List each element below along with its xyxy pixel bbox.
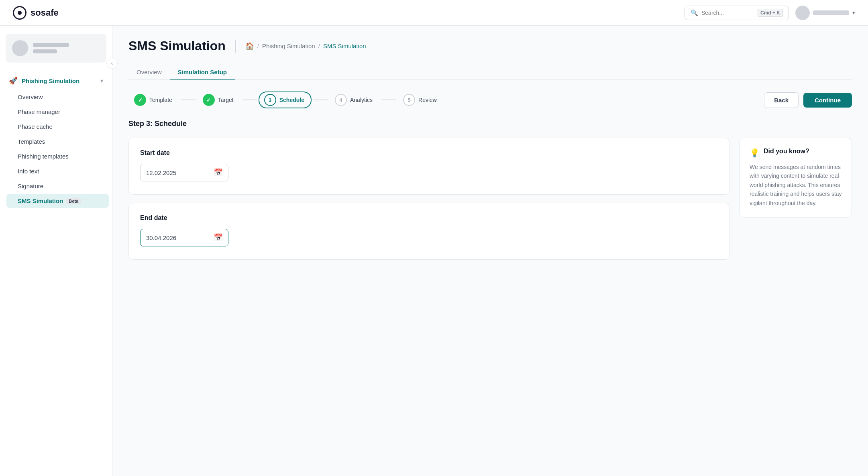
- step-target: Target: [203, 94, 235, 106]
- main-content: SMS Simulation 🏠 / Phishing Simulation /…: [112, 26, 868, 476]
- breadcrumb-sep-1: /: [257, 43, 259, 49]
- step-schedule: 3 Schedule: [264, 94, 306, 106]
- step-1-circle: [134, 94, 146, 106]
- logo-text: sosafe: [31, 8, 59, 18]
- page-header: SMS Simulation 🏠 / Phishing Simulation /…: [128, 39, 852, 53]
- sidebar-item-phase-manager[interactable]: Phase manager: [6, 105, 109, 119]
- chevron-down-icon: ▾: [100, 78, 103, 84]
- search-shortcut: Cmd + K: [758, 9, 783, 17]
- search-input[interactable]: [701, 10, 754, 16]
- sidebar-item-phishing-simulation[interactable]: 🚀 Phishing Simulation ▾: [3, 72, 109, 89]
- nav-submenu: Overview Phase manager Phase cache Templ…: [3, 90, 109, 208]
- step-1-check-icon: [138, 97, 143, 103]
- lightbulb-icon: 💡: [750, 148, 760, 158]
- layout: ‹ 🚀 Phishing Simulation ▾ Overview Phase…: [0, 26, 868, 476]
- step-template: Template: [134, 94, 174, 106]
- search-bar[interactable]: 🔍 Cmd + K: [685, 6, 789, 20]
- step-4-circle: 4: [335, 94, 347, 106]
- sidebar-collapse-button[interactable]: ‹: [106, 58, 118, 69]
- tab-simulation-setup[interactable]: Simulation Setup: [170, 65, 235, 80]
- sidebar-item-overview[interactable]: Overview: [6, 90, 109, 104]
- start-date-input[interactable]: 12.02.2025 📅: [140, 164, 228, 181]
- info-card-text: We send messages at random times with va…: [750, 163, 842, 207]
- sidebar-profile-text: [33, 43, 69, 53]
- stepper: Template Target 3: [128, 92, 852, 108]
- tab-overview[interactable]: Overview: [128, 65, 170, 80]
- step-3-label: Schedule: [279, 97, 304, 103]
- step-review-wrapper: 5 Review: [397, 92, 444, 108]
- start-date-label: Start date: [140, 149, 718, 157]
- nav-section-phishing: 🚀 Phishing Simulation ▾ Overview Phase m…: [0, 72, 112, 208]
- date-cards-column: Start date 12.02.2025 📅 End date 30.04.2…: [128, 138, 730, 260]
- end-date-label: End date: [140, 214, 718, 222]
- search-icon: 🔍: [691, 9, 698, 16]
- breadcrumb-parent: Phishing Simulation: [262, 43, 315, 49]
- sidebar-item-sms-simulation-label: SMS Simulation: [18, 197, 63, 204]
- back-button[interactable]: Back: [764, 92, 799, 108]
- info-card: 💡 Did you know? We send messages at rand…: [740, 138, 852, 218]
- content-area: Start date 12.02.2025 📅 End date 30.04.2…: [128, 138, 852, 260]
- step-connector-2: [242, 100, 257, 100]
- end-date-value: 30.04.2026: [146, 234, 176, 241]
- sidebar-item-signature[interactable]: Signature: [6, 179, 109, 193]
- step-5-label: Review: [418, 97, 437, 103]
- sidebar-company-sub: [33, 49, 57, 53]
- step-actions: Back Continue: [764, 92, 852, 108]
- sidebar-avatar: [12, 40, 28, 56]
- step-2-label: Target: [218, 97, 234, 103]
- sidebar-item-signature-label: Signature: [18, 183, 43, 189]
- breadcrumb-sep-2: /: [318, 43, 320, 49]
- beta-badge: Beta: [66, 198, 81, 204]
- end-date-input[interactable]: 30.04.2026 📅: [140, 229, 228, 246]
- sidebar-company-name: [33, 43, 69, 47]
- logo-icon: [13, 6, 26, 20]
- sidebar-item-phishing-templates-label: Phishing templates: [18, 153, 69, 160]
- info-card-header: 💡 Did you know?: [750, 148, 842, 158]
- topnav-right: 🔍 Cmd + K ▾: [685, 6, 855, 20]
- sidebar-item-phase-manager-label: Phase manager: [18, 108, 60, 115]
- topnav: sosafe 🔍 Cmd + K ▾: [0, 0, 868, 26]
- continue-button[interactable]: Continue: [803, 93, 852, 108]
- sidebar-item-phase-cache-label: Phase cache: [18, 123, 53, 130]
- page-title: SMS Simulation: [128, 39, 226, 53]
- rocket-icon: 🚀: [9, 76, 18, 85]
- sidebar-item-templates[interactable]: Templates: [6, 134, 109, 148]
- step-section-title: Step 3: Schedule: [128, 120, 852, 128]
- step-connector-3: [313, 100, 328, 100]
- breadcrumb: 🏠 / Phishing Simulation / SMS Simulation: [245, 42, 366, 51]
- sidebar-item-overview-label: Overview: [18, 94, 43, 100]
- step-connector-4: [381, 100, 396, 100]
- step-schedule-wrapper: 3 Schedule: [259, 92, 312, 108]
- sidebar-item-sms-simulation[interactable]: SMS Simulation Beta: [6, 194, 109, 208]
- sidebar-item-phase-cache[interactable]: Phase cache: [6, 120, 109, 134]
- breadcrumb-current: SMS Simulation: [323, 43, 366, 49]
- breadcrumb-home-icon[interactable]: 🏠: [245, 42, 254, 51]
- start-date-input-row: 12.02.2025 📅: [140, 164, 718, 181]
- step-analytics: 4 Analytics: [335, 94, 374, 106]
- start-date-card: Start date 12.02.2025 📅: [128, 138, 730, 195]
- step-5-number: 5: [408, 97, 410, 103]
- avatar: [795, 6, 810, 20]
- step-review: 5 Review: [403, 94, 438, 106]
- step-target-wrapper: Target: [197, 92, 241, 108]
- step-1-label: Template: [149, 97, 172, 103]
- end-date-input-row: 30.04.2026 📅: [140, 229, 718, 246]
- start-date-value: 12.02.2025: [146, 169, 176, 176]
- user-area[interactable]: ▾: [795, 6, 855, 20]
- sidebar-item-label: Phishing Simulation: [22, 77, 79, 84]
- sidebar-profile: [6, 34, 106, 63]
- step-2-check-icon: [206, 97, 211, 103]
- step-3-number: 3: [269, 97, 271, 103]
- tabs: Overview Simulation Setup: [128, 65, 852, 80]
- sidebar: ‹ 🚀 Phishing Simulation ▾ Overview Phase…: [0, 26, 112, 476]
- step-3-circle: 3: [264, 94, 276, 106]
- breadcrumb-divider: [235, 40, 236, 53]
- step-connector-1: [181, 100, 196, 100]
- sidebar-item-info-text[interactable]: Info text: [6, 164, 109, 178]
- user-chevron-icon: ▾: [852, 10, 855, 16]
- sidebar-item-phishing-templates[interactable]: Phishing templates: [6, 149, 109, 163]
- chevron-left-icon: ‹: [111, 61, 113, 66]
- step-4-number: 4: [339, 97, 342, 103]
- step-template-wrapper: Template: [128, 92, 179, 108]
- step-analytics-wrapper: 4 Analytics: [329, 92, 380, 108]
